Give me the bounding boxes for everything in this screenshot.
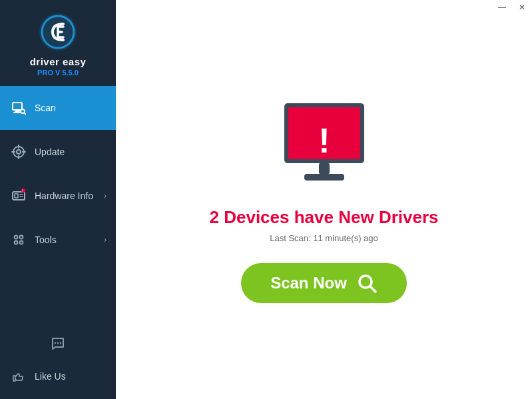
svg-text:!: ! [318,121,330,159]
sidebar: driver easy PRO V 5.5.0 Scan [0,0,116,399]
svg-point-21 [15,241,18,244]
svg-point-20 [20,236,23,239]
titlebar: — ✕ [492,0,532,15]
close-button[interactable]: ✕ [512,0,532,15]
scan-now-button[interactable]: Scan Now [241,263,407,303]
svg-rect-4 [13,112,21,113]
scan-label: Scan [35,103,107,113]
logo-area: driver easy PRO V 5.5.0 [0,0,116,86]
svg-point-22 [20,241,23,244]
tools-arrow: › [104,235,107,244]
svg-point-24 [57,342,59,344]
app-name: driver easy [30,56,87,67]
like-us-item[interactable]: Like Us [0,362,116,391]
svg-rect-14 [15,194,18,198]
sidebar-bottom: Like Us [0,325,116,399]
svg-point-25 [60,342,61,344]
like-us-label: Like Us [35,371,107,382]
update-label: Update [35,147,107,157]
svg-rect-3 [15,111,20,112]
monitor-icon: ! [271,97,378,190]
last-scan-text: Last Scan: 11 minute(s) ago [270,233,378,243]
sidebar-item-tools[interactable]: Tools › [0,218,116,262]
scan-icon [9,99,28,117]
tools-icon [9,230,28,249]
main-content: ! 2 Devices have New Drivers Last Scan: … [116,0,532,399]
minimize-button[interactable]: — [492,0,512,15]
svg-point-8 [17,150,21,154]
chat-icon[interactable] [47,333,69,358]
svg-point-23 [55,342,56,344]
svg-rect-29 [319,163,330,174]
sidebar-nav: Scan Update [0,86,116,325]
monitor-illustration: ! [271,97,378,193]
app-logo-icon [38,12,78,52]
sidebar-item-hardware-info[interactable]: ! Hardware Info › [0,174,116,218]
scan-now-search-icon [356,272,378,294]
app-version: PRO V 5.5.0 [37,69,79,77]
hardware-info-label: Hardware Info [35,191,104,201]
tools-label: Tools [35,234,104,245]
hardware-info-icon: ! [9,187,28,205]
like-us-icon [9,367,28,386]
sidebar-item-scan[interactable]: Scan [0,86,116,130]
svg-line-6 [25,113,26,115]
scan-now-label: Scan Now [270,274,347,292]
update-icon [9,143,28,161]
svg-rect-2 [13,103,22,110]
svg-line-32 [370,286,376,292]
svg-point-19 [15,236,18,239]
sidebar-item-update[interactable]: Update [0,130,116,174]
alert-title: 2 Devices have New Drivers [210,207,439,228]
svg-rect-30 [304,174,344,181]
hardware-info-arrow: › [104,191,107,200]
